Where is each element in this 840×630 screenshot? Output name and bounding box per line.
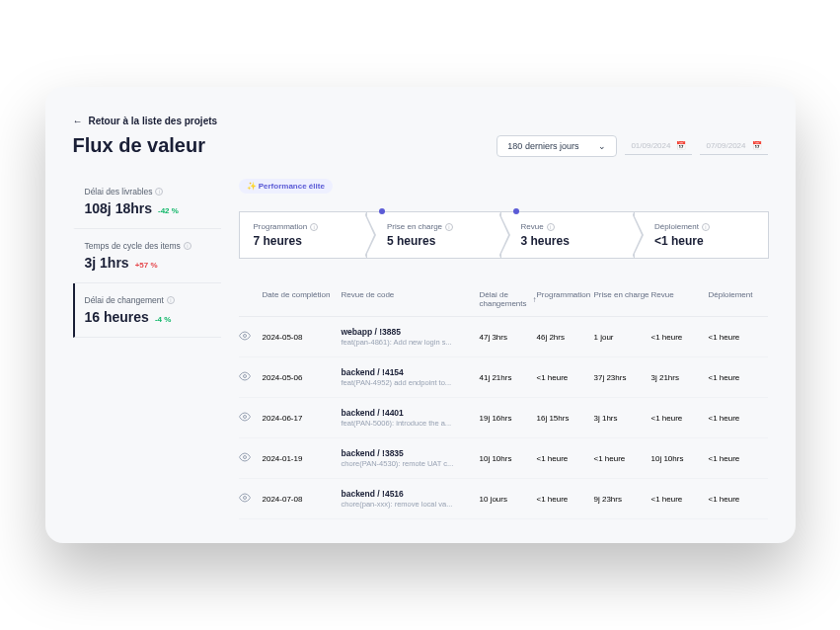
eye-icon[interactable] [239,330,263,344]
back-link-label: Retour à la liste des projets [89,116,218,126]
metric-lead-time[interactable]: Délai des livrables i 108j 18hrs -42 % [73,175,221,229]
performance-badge: ✨ Performance élite [239,179,333,194]
eye-icon[interactable] [239,411,263,425]
table-row[interactable]: 2024-07-08 backend / !4516 chore(pan-xxx… [239,479,768,519]
cell-deploy: <1 heure [709,454,766,463]
table-row[interactable]: 2024-05-08 webapp / !3885 feat(pan-4861)… [239,317,768,357]
cell-date: 2024-01-19 [263,454,342,463]
table-row[interactable]: 2024-01-19 backend / !3835 chore(PAN-453… [239,438,768,479]
stage-deploy[interactable]: Déploiement i <1 heure [634,211,769,259]
period-dropdown[interactable]: 180 derniers jours ⌄ [496,135,617,157]
metric-value: 108j 18hrs -42 % [85,200,211,216]
period-dropdown-label: 180 derniers jours [507,141,578,151]
col-prise[interactable]: Prise en charge [594,290,651,308]
stage-dot-icon [379,208,385,214]
info-icon: i [310,223,318,231]
table-row[interactable]: 2024-05-06 backend / !4154 feat(PAN-4952… [239,357,768,398]
stage-value: 3 heures [521,234,621,248]
content-row: Délai des livrables i 108j 18hrs -42 % T… [73,175,768,519]
col-revue[interactable]: Revue [651,290,709,308]
cell-delai: 41j 21hrs [480,373,537,382]
app-frame: ← Retour à la liste des projets Flux de … [45,87,796,543]
stage-value: <1 heure [654,234,754,248]
cell-review: backend / !4154 feat(PAN-4952) add endpo… [342,367,480,387]
table-header: Date de complétion Revue de code Délai d… [239,282,768,317]
cell-delai: 47j 3hrs [480,333,537,342]
cell-revue: 3j 21hrs [651,373,709,382]
stage-value: 5 heures [387,234,487,248]
cell-prog: <1 heure [537,495,594,504]
cell-prise: 9j 23hrs [594,495,651,504]
metrics-sidebar: Délai des livrables i 108j 18hrs -42 % T… [73,175,221,519]
date-to-input[interactable]: 07/09/2024 📅 [700,137,767,155]
metric-value: 16 heures -4 % [85,309,211,325]
eye-icon[interactable] [239,370,263,384]
stage-label: Revue i [521,222,621,231]
cell-prog: <1 heure [537,373,594,382]
main-area: ✨ Performance élite Programmation i 7 he… [221,175,768,519]
info-icon: i [547,223,555,231]
page-title: Flux de valeur [73,134,206,157]
review-title: backend / !3835 [342,448,480,458]
date-from-input[interactable]: 01/09/2024 📅 [625,137,692,155]
stage-dot-icon [513,208,519,214]
cell-date: 2024-07-08 [263,495,342,504]
svg-point-3 [243,456,246,459]
metric-cycle-time[interactable]: Temps de cycle des items i 3j 1hrs +57 % [73,229,221,283]
cell-revue: <1 heure [651,333,709,342]
cell-prise: 1 jour [594,333,651,342]
cell-prog: 46j 2hrs [537,333,594,342]
col-date[interactable]: Date de complétion [263,290,342,308]
cell-delai: 19j 16hrs [480,414,537,423]
metric-delta: -4 % [155,315,171,324]
stage-programming[interactable]: Programmation i 7 heures [239,211,368,259]
info-icon: i [155,188,163,196]
date-from-value: 01/09/2024 [631,141,670,150]
metric-delta: -42 % [158,206,179,215]
cell-review: backend / !4516 chore(pan-xxx): remove l… [342,489,480,509]
review-title: backend / !4154 [342,367,480,377]
cell-prise: 3j 1hrs [594,414,651,423]
pipeline: Programmation i 7 heures Prise en charge… [239,211,768,259]
metric-label: Délai des livrables i [85,187,211,197]
cell-delai: 10 jours [480,495,537,504]
table-row[interactable]: 2024-06-17 backend / !4401 feat(PAN-5006… [239,398,768,438]
metric-label: Temps de cycle des items i [85,241,211,251]
review-title: backend / !4516 [342,489,480,499]
header-controls: 180 derniers jours ⌄ 01/09/2024 📅 07/09/… [496,135,767,157]
review-subtitle: chore(pan-xxx): remove local va... [342,500,480,509]
col-review[interactable]: Revue de code [342,290,480,308]
col-delai[interactable]: Délai de changements ↑ [480,290,537,308]
cell-deploy: <1 heure [709,495,766,504]
back-link[interactable]: ← Retour à la liste des projets [73,116,218,126]
cell-deploy: <1 heure [709,373,766,382]
cell-revue: <1 heure [651,495,709,504]
eye-icon[interactable] [239,451,263,465]
eye-icon[interactable] [239,492,263,506]
info-icon: i [167,296,175,304]
col-deploy[interactable]: Déploiement [709,290,766,308]
svg-point-2 [243,416,246,419]
metric-change-lead-time[interactable]: Délai de changement i 16 heures -4 % [73,283,221,338]
calendar-icon: 📅 [676,141,686,150]
svg-point-4 [243,497,246,500]
metric-value: 3j 1hrs +57 % [85,255,211,271]
review-subtitle: feat(PAN-4952) add endpoint to... [342,378,480,387]
metric-label: Délai de changement i [85,295,211,305]
cell-date: 2024-06-17 [263,414,342,423]
cell-review: webapp / !3885 feat(pan-4861): Add new l… [342,327,480,347]
chevron-down-icon: ⌄ [598,141,606,151]
svg-point-0 [243,335,246,338]
date-to-value: 07/09/2024 [706,141,745,150]
col-prog[interactable]: Programmation [537,290,594,308]
review-subtitle: chore(PAN-4530): remote UAT c... [342,459,480,468]
metric-delta: +57 % [135,261,158,270]
stage-pickup[interactable]: Prise en charge i 5 heures [366,211,501,259]
review-title: backend / !4401 [342,408,480,418]
stage-review[interactable]: Revue i 3 heures [500,211,636,259]
review-subtitle: feat(PAN-5006): introduce the a... [342,419,480,428]
cell-deploy: <1 heure [709,333,766,342]
stage-label: Prise en charge i [387,222,487,231]
review-subtitle: feat(pan-4861): Add new login s... [342,338,480,347]
cell-deploy: <1 heure [709,414,766,423]
